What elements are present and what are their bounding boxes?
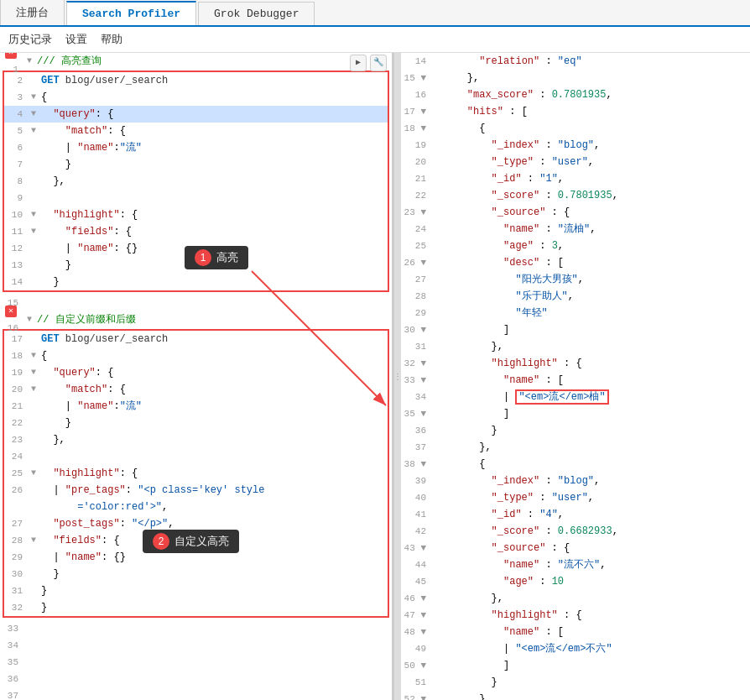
rc14: "relation" : "eq": [443, 53, 750, 70]
ln29: 29: [4, 549, 28, 566]
code-editor: ✕1 ▼ /// 高亮查询 2 GET blog/user/_search ▶ …: [0, 53, 392, 700]
rn30: 30 ▼: [401, 321, 431, 338]
rc40: "_type" : "user",: [443, 489, 750, 506]
lc10: "highlight": {: [39, 206, 388, 223]
rc35: ]: [443, 405, 750, 422]
r-line-51: 51 }: [401, 674, 750, 691]
tab-search-profiler[interactable]: Search Profiler: [66, 1, 196, 25]
rc38: {: [443, 456, 750, 473]
rc28: "乐于助人",: [443, 288, 750, 305]
rn35: 35 ▼: [401, 405, 431, 422]
tab-grok-debugger[interactable]: Grok Debugger: [198, 2, 315, 25]
r-line-22: 22 "_score" : 0.7801935,: [401, 187, 750, 204]
line-37: 37: [0, 687, 392, 700]
rn40: 40: [401, 489, 431, 506]
rn27: 27: [401, 271, 431, 288]
rc51: }: [443, 674, 750, 691]
r-line-16: 16 "max_score" : 0.7801935,: [401, 86, 750, 103]
lc21: | "name":"流": [39, 398, 388, 415]
section-box-2: 17 GET blog/user/_search 18 ▼ { 19 ▼: [3, 329, 389, 618]
rc26: "desc" : [: [443, 254, 750, 271]
rn22: 22: [401, 187, 431, 204]
ln7: 7: [4, 156, 28, 173]
annotation-num-1: 1: [195, 249, 211, 266]
run-button-1[interactable]: ▶: [350, 55, 367, 71]
menu-help[interactable]: 帮助: [101, 32, 122, 47]
error-icon-2: ✕: [5, 306, 17, 317]
ln28: 28: [4, 532, 28, 549]
rc43: "_source" : {: [443, 540, 750, 556]
annotation-2: 2自定义高亮: [143, 530, 239, 553]
rc48: "name" : [: [443, 624, 750, 640]
rn41: 41: [401, 506, 431, 523]
r-line-31: 31 },: [401, 338, 750, 355]
line-11: 11 ▼ "fields": {: [4, 223, 388, 240]
r-line-43: 43 ▼ "_source" : {: [401, 540, 750, 556]
rn37: 37: [401, 439, 431, 456]
ln11: 11: [4, 223, 28, 240]
line-4: 4 ▼ "query": {: [4, 106, 388, 123]
lc26b: ='color:red'>",: [39, 499, 388, 515]
rn14: 14: [401, 53, 431, 70]
r-line-24: 24 "name" : "流柚",: [401, 221, 750, 238]
lc30: }: [39, 566, 388, 582]
rn38: 38 ▼: [401, 456, 431, 473]
rn17: 17 ▼: [401, 103, 431, 120]
rc34: | "<em>流</em>柚": [443, 389, 750, 405]
ln4: 4: [4, 106, 28, 123]
right-panel: 14 "relation" : "eq" 15 ▼ }, 16 "max_sco…: [401, 53, 750, 700]
r-line-32: 32 ▼ "highlight" : {: [401, 355, 750, 372]
r-line-15: 15 ▼ },: [401, 70, 750, 86]
lc32: }: [39, 599, 388, 616]
r-line-19: 19 "_index" : "blog",: [401, 137, 750, 154]
lc6: | "name":"流": [39, 139, 388, 156]
menu-history[interactable]: 历史记录: [8, 32, 52, 47]
ln22: 22: [4, 415, 28, 431]
rc33: "name" : [: [443, 372, 750, 389]
rn45: 45: [401, 573, 431, 590]
rc49: | "<em>流</em>不六": [443, 640, 750, 657]
rc15: },: [443, 70, 750, 86]
annotation-num-2: 2: [153, 533, 169, 550]
ln13: 13: [4, 257, 28, 274]
ln14: 14: [4, 274, 28, 290]
rn42: 42: [401, 523, 431, 540]
result-editor: 14 "relation" : "eq" 15 ▼ }, 16 "max_sco…: [401, 53, 750, 700]
wrench-button-1[interactable]: 🔧: [370, 55, 387, 71]
rc39: "_index" : "blog",: [443, 473, 750, 489]
rc50: ]: [443, 657, 750, 674]
toggle-1[interactable]: ▼: [23, 53, 35, 70]
lc4: "query": {: [39, 106, 388, 123]
toggle-16[interactable]: ▼: [23, 311, 35, 328]
error-icon-1: ✕: [5, 53, 17, 59]
tab-register[interactable]: 注册台: [0, 0, 65, 25]
rc23: "_source" : {: [443, 204, 750, 221]
rn20: 20: [401, 154, 431, 170]
top-nav: 注册台 Search Profiler Grok Debugger: [0, 0, 750, 27]
r-line-14: 14 "relation" : "eq": [401, 53, 750, 70]
r-line-29: 29 "年轻": [401, 305, 750, 321]
ln31: 31: [4, 582, 28, 599]
ln27: 27: [4, 515, 28, 532]
line-35: 35: [0, 654, 392, 671]
rc41: "_id" : "4",: [443, 506, 750, 523]
r-line-18: 18 ▼ {: [401, 120, 750, 137]
line-30: 30 }: [4, 566, 388, 582]
rn19: 19: [401, 137, 431, 154]
rn49: 49: [401, 640, 431, 657]
rc42: "_score" : 0.6682933,: [443, 523, 750, 540]
r-line-41: 41 "_id" : "4",: [401, 506, 750, 523]
rc21: "_id" : "1",: [443, 170, 750, 187]
lc22: }: [39, 415, 388, 431]
lc25: "highlight": {: [39, 465, 388, 482]
ln32: 32: [4, 599, 28, 616]
menu-bar: 历史记录 设置 帮助: [0, 27, 750, 53]
r-line-42: 42 "_score" : 0.6682933,: [401, 523, 750, 540]
rn23: 23 ▼: [401, 204, 431, 221]
panel-divider[interactable]: ⋮: [394, 53, 401, 700]
line-comment-1: /// 高亮查询: [35, 53, 392, 70]
menu-settings[interactable]: 设置: [65, 32, 87, 47]
rc16: "max_score" : 0.7801935,: [443, 86, 750, 103]
rn24: 24: [401, 221, 431, 238]
line-2: 2 GET blog/user/_search ▶ 🔧: [4, 72, 388, 89]
